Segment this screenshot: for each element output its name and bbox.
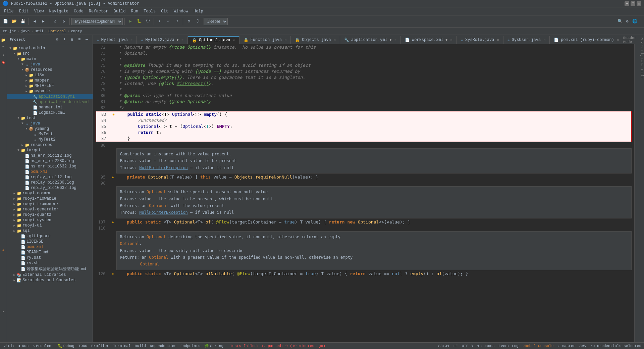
redo-button[interactable]: ↻ [60, 17, 68, 26]
dependencies-status[interactable]: Dependencies [150, 344, 176, 348]
debug-status[interactable]: 🐛 Debug [58, 344, 74, 348]
spring-status[interactable]: 🌿 Spring [204, 344, 223, 348]
tree-item-license[interactable]: 📄 LICENSE [7, 239, 93, 244]
tab-sysuser[interactable]: ☕ SysUser.java ✕ [503, 36, 550, 44]
profiler-status[interactable]: Profiler [91, 344, 109, 348]
close-button[interactable]: ✕ [637, 1, 641, 6]
build-status[interactable]: Build [135, 344, 146, 348]
jrebel-button[interactable]: J [194, 17, 202, 26]
settings2-icon[interactable]: ≡ [76, 37, 83, 43]
run-status[interactable]: ▶ Run [19, 344, 29, 348]
tree-item-sql[interactable]: ▶ 📁 sql [7, 228, 93, 234]
git-push-button[interactable]: ⬆ [173, 17, 181, 26]
menu-file[interactable]: File [1, 8, 16, 14]
tree-item-mytest[interactable]: ☕ MyTest [7, 132, 93, 137]
tab-function-close[interactable]: ✕ [284, 38, 286, 42]
problems-status[interactable]: ⚠ Problems [33, 344, 53, 348]
tree-item-main[interactable]: ▼ 📁 main [7, 56, 93, 62]
git-status[interactable]: ⎇ Git [3, 344, 15, 348]
breadcrumb-util[interactable]: util [35, 29, 43, 33]
tree-item-ruoyi-common[interactable]: ▶ 📁 ruoyi-common [7, 191, 93, 196]
tree-item-scratches[interactable]: ▶ 📝 Scratches and Consoles [7, 278, 93, 283]
menu-tools[interactable]: Tools [141, 8, 158, 14]
menu-edit[interactable]: Edit [16, 8, 32, 14]
tree-item-gitignore[interactable]: 📄 .gitignore [7, 234, 93, 239]
maven-panel-button[interactable]: Maven [640, 36, 644, 49]
menu-view[interactable]: View [32, 8, 47, 14]
menu-run[interactable]: Run [128, 8, 141, 14]
tree-item-banner-txt[interactable]: 📄 banner.txt [7, 105, 93, 110]
menu-navigate[interactable]: Navigate [46, 8, 71, 14]
jrebel-console-button[interactable]: JRebel Console [523, 344, 553, 348]
tree-item-hs-err-2280[interactable]: 📄 hs_err_pid2280.log [7, 158, 93, 164]
endpoints-status[interactable]: Endpoints [180, 344, 200, 348]
tab-application-yml-close[interactable]: ✕ [394, 38, 396, 42]
tree-item-resources2[interactable]: ▶ 📁 resources [7, 142, 93, 148]
new-file-button[interactable]: 📄 [1, 17, 9, 26]
tree-item-ruoyi-ui[interactable]: ▶ 📁 ruoyi-ui [7, 223, 93, 228]
tree-item-src[interactable]: ▼ 📁 src [7, 51, 93, 56]
minimize-button[interactable]: — [625, 1, 629, 6]
tree-item-meta-inf[interactable]: ▶ 📁 META-INF [7, 83, 93, 89]
tree-item-replay-2280[interactable]: 📄 replay_pid2280.log [7, 180, 93, 185]
tree-item-logback[interactable]: 📄 logback.xml [7, 110, 93, 115]
tree-item-ruoyi-flowable[interactable]: ▶ 📁 ruoyi-flowable [7, 196, 93, 201]
tree-item-i18n[interactable]: ▶ 📁 i18n [7, 72, 93, 78]
tab-mytest2[interactable]: ☕ MyTest2.java ● ✕ [137, 36, 188, 44]
tree-item-target[interactable]: ▼ 📁 target [7, 148, 93, 153]
undo-button[interactable]: ↺ [51, 17, 59, 26]
hide-icon[interactable]: — [84, 37, 90, 43]
tab-pom-common[interactable]: 📄 pom.xml (ruoyi-common) ✕ [550, 36, 623, 44]
menu-refactor[interactable]: Refactor [86, 8, 111, 14]
todo-status[interactable]: TODO [78, 344, 87, 348]
bigdata-panel-button[interactable]: Big Data Tools [640, 49, 644, 80]
project-icon[interactable]: 📁 [0, 37, 7, 43]
menu-git[interactable]: Git [158, 8, 171, 14]
event-log-button[interactable]: Event Log [498, 344, 518, 348]
tree-item-hs-err-112[interactable]: 📄 hs_err_pid112.log [7, 153, 93, 158]
tree-item-ruoyi-md[interactable]: 📄 若依集成验证验证码登陆功能.md [7, 266, 93, 272]
tree-item-java[interactable]: ▼ ☕ java [7, 62, 93, 67]
tab-objects[interactable]: 🔒 Objects.java ✕ [291, 36, 340, 44]
tree-item-external-libs[interactable]: ▶ 📚 External Libraries [7, 272, 93, 278]
breadcrumb-java[interactable]: java [21, 29, 30, 33]
tab-mytest[interactable]: ☕ MyTest.java ✕ [93, 36, 137, 44]
tree-item-ruoyi-admin[interactable]: ▼ 📁 ruoyi-admin [7, 46, 93, 51]
menu-help[interactable]: Help [191, 8, 206, 14]
git-commit-button[interactable]: ✓ [164, 17, 172, 26]
tab-sysrole[interactable]: ☕ SysRole.java ✕ [457, 36, 503, 44]
menu-window[interactable]: Window [171, 8, 191, 14]
tree-item-mybatis[interactable]: ▶ 📁 mybatis [7, 89, 93, 94]
tree-item-test[interactable]: ▼ 📁 test [7, 115, 93, 121]
tab-pom-common-close[interactable]: ✕ [617, 38, 619, 42]
tree-item-readme[interactable]: 📄 README.md [7, 250, 93, 255]
sort-icon[interactable]: ⇅ [69, 37, 75, 43]
run-config-dropdown[interactable]: MyTest2.testOptional4 [71, 18, 123, 25]
structure-icon[interactable]: ≡ [0, 44, 7, 51]
settings-button[interactable]: ⚙ [185, 17, 193, 26]
code-editor[interactable]: 72 * Returns an empty {@code Optional} i… [93, 44, 635, 342]
tree-item-mytest2[interactable]: ☕ MyTest2 [7, 137, 93, 142]
tree-item-ruoyi-framework[interactable]: ▶ 📁 ruoyi-framework [7, 201, 93, 207]
tab-workspace-xml[interactable]: 📄 workspace.xml ● ✕ [401, 36, 457, 44]
terminal-status[interactable]: Terminal [113, 344, 131, 348]
reader-mode-button[interactable]: Reader Mode [623, 36, 639, 44]
coverage-button[interactable]: 🛡 [144, 17, 152, 26]
tab-optional-close[interactable]: ✕ [233, 38, 235, 42]
tree-item-yimeng[interactable]: ▼ 📦 yimeng [7, 126, 93, 132]
tree-item-application-yml[interactable]: 🔧 application.yml [7, 94, 93, 99]
tree-item-ruoyi-quartz[interactable]: ▶ 📁 ruoyi-quartz [7, 212, 93, 217]
git-update-button[interactable]: ⬇ [156, 17, 164, 26]
translate-button[interactable]: 🌐 [631, 17, 639, 26]
tree-item-mapper[interactable]: ▶ 📁 mapper [7, 78, 93, 83]
tree-item-hs-err-10632[interactable]: 📄 hs_err_pid10632.log [7, 164, 93, 169]
jrebel-sidebar-icon[interactable]: J [0, 247, 7, 253]
tree-item-replay-10632[interactable]: 📄 replay_pid10632.log [7, 185, 93, 191]
collapse-icon[interactable]: ⬆ [62, 37, 68, 43]
tab-function[interactable]: 🔒 Function.java ✕ [239, 36, 291, 44]
tree-item-resources[interactable]: ▼ 📦 resources [7, 67, 93, 72]
back-button[interactable]: ◀ [31, 17, 39, 26]
tree-item-replay-112[interactable]: 📄 replay_pid112.log [7, 174, 93, 180]
tree-item-ry-bat[interactable]: 📄 ry.bat [7, 255, 93, 260]
save-button[interactable]: 💾 [19, 17, 27, 26]
